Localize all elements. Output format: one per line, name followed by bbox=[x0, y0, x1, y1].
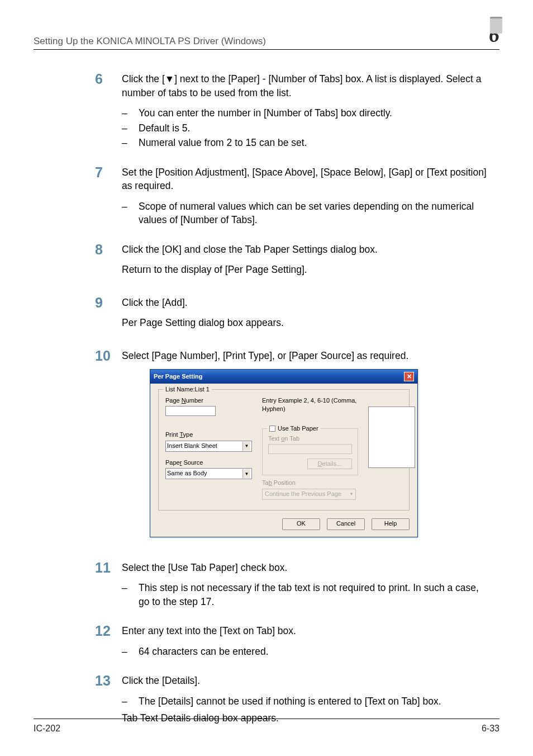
list-item: 64 characters can be entered. bbox=[139, 645, 488, 659]
step-text: Select the [Use Tab Paper] check box. bbox=[122, 561, 488, 575]
list-item: The [Details] cannot be used if nothing … bbox=[139, 694, 488, 708]
header-title: Setting Up the KONICA MINOLTA PS Driver … bbox=[34, 36, 266, 47]
per-page-setting-dialog: Per Page Setting ✕ List Name:List 1 Page… bbox=[150, 369, 418, 537]
use-tab-checkbox-group[interactable]: Use Tab Paper bbox=[267, 424, 321, 433]
step-number: 9 bbox=[95, 296, 122, 337]
ok-button[interactable]: OK bbox=[282, 518, 320, 530]
step-number: 7 bbox=[95, 166, 122, 230]
step-text: Select [Page Number], [Print Type], or [… bbox=[122, 349, 488, 363]
step-text: Click the [Add]. bbox=[122, 296, 488, 310]
step-7: 7 Set the [Position Adjustment], [Space … bbox=[95, 166, 488, 230]
step-extra: Per Page Setting dialog box appears. bbox=[122, 316, 488, 330]
details-button: Details... bbox=[307, 459, 352, 469]
page-number-input[interactable] bbox=[165, 406, 216, 416]
fieldset-legend: List Name:List 1 bbox=[163, 385, 212, 394]
text-on-tab-input bbox=[268, 444, 352, 454]
dialog-title: Per Page Setting bbox=[154, 372, 202, 381]
step-11: 11 Select the [Use Tab Paper] check box.… bbox=[95, 561, 488, 612]
corner-icon bbox=[490, 17, 502, 34]
tab-position-label: Tab Position bbox=[262, 479, 358, 487]
list-item: You can enter the number in [Number of T… bbox=[139, 106, 488, 120]
footer-right: 6-33 bbox=[482, 724, 499, 734]
entry-hint: Entry Example 2, 4, 6-10 (Comma, Hyphen) bbox=[262, 396, 358, 414]
page-header: Setting Up the KONICA MINOLTA PS Driver … bbox=[34, 22, 499, 50]
step-number: 10 bbox=[95, 349, 122, 549]
tab-position-select: Continue the Previous Page ▼ bbox=[262, 489, 356, 500]
cancel-button[interactable]: Cancel bbox=[327, 518, 365, 530]
checkbox-icon[interactable] bbox=[269, 426, 275, 432]
chevron-down-icon: ▼ bbox=[242, 469, 250, 478]
step-extra: Return to the display of [Per Page Setti… bbox=[122, 263, 488, 277]
step-number: 6 bbox=[95, 72, 122, 153]
print-type-select[interactable]: Insert Blank Sheet ▼ bbox=[165, 441, 252, 452]
step-number: 11 bbox=[95, 561, 122, 612]
step-8: 8 Click the [OK] and close the Tab Paper… bbox=[95, 243, 488, 284]
step-6: 6 Click the [▼] next to the [Paper] - [N… bbox=[95, 72, 488, 153]
step-number: 12 bbox=[95, 624, 122, 662]
content-area: 6 Click the [▼] next to the [Paper] - [N… bbox=[34, 72, 499, 732]
list-item: Numeral value from 2 to 15 can be set. bbox=[139, 136, 488, 150]
step-9: 9 Click the [Add]. Per Page Setting dial… bbox=[95, 296, 488, 337]
dialog-titlebar: Per Page Setting ✕ bbox=[150, 370, 417, 384]
step-text: Click the [▼] next to the [Paper] - [Num… bbox=[122, 72, 488, 100]
text-on-tab-label: Text on Tab bbox=[268, 434, 352, 443]
step-12: 12 Enter any text into the [Text on Tab]… bbox=[95, 624, 488, 662]
list-item: This step is not necessary if the tab te… bbox=[139, 581, 488, 608]
page-footer: IC-202 6-33 bbox=[34, 719, 499, 734]
dialog-screenshot: Per Page Setting ✕ List Name:List 1 Page… bbox=[150, 369, 488, 537]
step-10: 10 Select [Page Number], [Print Type], o… bbox=[95, 349, 488, 549]
preview-pane bbox=[368, 396, 415, 500]
step-text: Set the [Position Adjustment], [Space Ab… bbox=[122, 166, 488, 193]
step-text: Click the [Details]. bbox=[122, 674, 488, 688]
step-text: Click the [OK] and close the Tab Paper S… bbox=[122, 243, 488, 257]
list-item: Default is 5. bbox=[139, 121, 488, 135]
page-number-label: Page Number bbox=[165, 396, 252, 405]
close-icon[interactable]: ✕ bbox=[404, 372, 414, 381]
paper-source-label: Paper Source bbox=[165, 459, 252, 467]
print-type-label: Print Type bbox=[165, 431, 252, 439]
chevron-down-icon: ▼ bbox=[348, 490, 355, 499]
list-item: Scope of numeral values which can be set… bbox=[139, 200, 488, 227]
step-text: Enter any text into the [Text on Tab] bo… bbox=[122, 624, 488, 638]
paper-source-select[interactable]: Same as Body ▼ bbox=[165, 468, 252, 479]
step-number: 8 bbox=[95, 243, 122, 284]
chevron-down-icon: ▼ bbox=[242, 442, 250, 451]
help-button[interactable]: Help bbox=[372, 518, 410, 530]
footer-left: IC-202 bbox=[34, 724, 60, 734]
preview-box bbox=[368, 407, 415, 468]
